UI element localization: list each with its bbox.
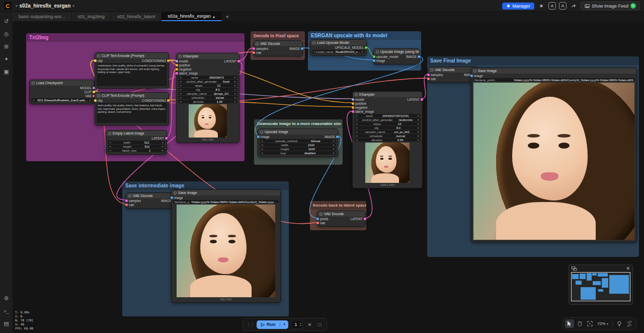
badge-a-icon-2[interactable]: A xyxy=(559,2,567,10)
group-title[interactable]: Downscale image to a more reasonable siz… xyxy=(254,119,343,128)
run-options-chevron[interactable]: ▾ xyxy=(280,322,288,326)
share-icon[interactable] xyxy=(570,2,578,10)
port-vae-in[interactable]: vae xyxy=(254,51,261,54)
port-image-in[interactable]: image xyxy=(472,74,483,78)
node-empty-latent-image[interactable]: Empty Latent Image LATENT width512 heigh… xyxy=(106,130,167,155)
port-samples-in[interactable]: samples xyxy=(429,73,443,77)
toggle-link-render-button[interactable] xyxy=(615,319,624,328)
node-load-checkpoint[interactable]: Load Checkpoint MODEL CLIP VAE SD1.5\bea… xyxy=(29,80,95,104)
port-latent-out[interactable]: LATENT xyxy=(408,98,422,101)
ckpt-name-widget[interactable]: SD1.5\beautifulRealistic_brav5.safetenso… xyxy=(31,98,93,102)
denoise-widget[interactable]: denoise1.00 xyxy=(178,100,237,103)
settings-icon[interactable]: ⚙ xyxy=(2,294,11,303)
port-clip[interactable]: CLIP xyxy=(85,90,94,94)
port-vae[interactable]: VAE xyxy=(85,94,94,98)
batch-count-input[interactable]: 1 ▴▾ xyxy=(291,320,303,329)
scheduler-widget[interactable]: schedulerkarras xyxy=(178,96,237,99)
port-image-out[interactable]: IMAGE xyxy=(406,55,419,58)
group-title[interactable]: ESRGAN upscale with 4x model xyxy=(308,31,421,40)
feed-toggle-badge[interactable]: ↻ xyxy=(630,3,636,9)
sampler-name-widget[interactable]: sampler_namedpmpp_2m xyxy=(178,92,237,95)
gallery-icon[interactable]: ▣ xyxy=(2,67,11,77)
port-vae-in[interactable]: vae xyxy=(429,77,436,81)
minimap-close-icon[interactable]: ✕ xyxy=(626,266,630,271)
steps-widget[interactable]: steps14 xyxy=(354,122,421,125)
port-upscale-model-out[interactable]: UPSCALE_MODEL xyxy=(335,46,366,49)
prompt-textarea[interactable]: masterpiece, best quality, photo of a be… xyxy=(97,63,167,86)
tab-basic-outpainting[interactable]: basic-outpainting-wor... xyxy=(13,12,72,21)
port-latent-out[interactable]: LATENT xyxy=(224,59,238,63)
history-icon[interactable]: ↺ xyxy=(2,17,11,26)
model-name-widget[interactable]: model_nameRealESRGAN_x4plus.pth xyxy=(312,50,365,53)
port-image-in[interactable]: image xyxy=(172,196,183,199)
count-spinner[interactable]: ▴▾ xyxy=(300,322,301,327)
port-latent-image-in[interactable]: latent_image xyxy=(353,110,374,113)
port-positive-in[interactable]: positive xyxy=(353,102,366,105)
filename-prefix-widget[interactable]: filename_prefix%date:yyyy%-%date:MM%-%da… xyxy=(473,78,635,82)
port-samples-in[interactable]: samples xyxy=(127,199,141,203)
fit-view-button[interactable] xyxy=(585,319,594,328)
logo-chevron-icon[interactable]: ▾ xyxy=(16,4,18,8)
port-latent-out[interactable]: LATENT xyxy=(351,217,365,221)
pan-tool-button[interactable] xyxy=(575,319,584,328)
port-pixels-in[interactable]: pixels xyxy=(318,217,329,221)
control-after-generate-widget[interactable]: control_after_generaterandomize xyxy=(354,118,421,121)
group-title[interactable]: Save Final Image xyxy=(427,56,639,65)
port-image-in[interactable]: image xyxy=(259,135,270,139)
port-conditioning-out[interactable]: CONDITIONING xyxy=(142,99,168,102)
sampler-name-widget[interactable]: sampler_nameuni_pc_bh2 xyxy=(354,130,421,134)
zoom-level-dropdown[interactable]: 72% ▾ xyxy=(595,321,610,326)
node-clip-text-encode-negative[interactable]: CLIP Text Encode (Prompt) clip CONDITION… xyxy=(95,92,169,125)
port-model-in[interactable]: model xyxy=(353,98,364,101)
node-vae-encode[interactable]: VAE Encode pixels LATENT vae xyxy=(317,211,366,227)
show-image-feed-button[interactable]: Show Image Feed ↻ xyxy=(581,2,640,10)
tab-s01-img2img[interactable]: s01_img2img xyxy=(72,12,112,21)
group-title[interactable]: Save intermediate image xyxy=(122,181,289,190)
toggle-links-button[interactable] xyxy=(625,319,634,328)
node-ksampler-1[interactable]: KSampler model LATENT positive negative … xyxy=(176,53,239,143)
width-widget[interactable]: width1024 xyxy=(260,143,336,147)
group-title[interactable]: Txt2Img xyxy=(26,33,245,42)
star-icon[interactable]: ★ xyxy=(537,2,545,10)
group-title[interactable]: Encode back to latent space xyxy=(310,201,366,210)
terminal-icon[interactable]: >_ xyxy=(2,306,11,316)
denoise-widget[interactable]: denoise0.50 xyxy=(354,138,421,142)
tab-s02a-hiresfix-esrgan[interactable]: s02a_hiresfix_esrgan● xyxy=(162,12,222,21)
node-upscale-image-using-model[interactable]: Upscale Image (using Mo... upscale_model… xyxy=(373,48,420,64)
workflow-title[interactable]: s02a_hiresfix_esrgan xyxy=(20,3,71,9)
tab-s02-hiresfix-latent[interactable]: s02_hiresfix_latent xyxy=(111,12,162,21)
minimap-body[interactable] xyxy=(571,272,630,301)
height-widget[interactable]: height1024 xyxy=(260,147,336,151)
node-load-upscale-model[interactable]: Load Upscale Model UPSCALE_MODEL model_n… xyxy=(310,39,367,56)
node-save-image-mid[interactable]: Save Image image filename_p%date:yyyy%-%… xyxy=(171,189,281,303)
run-button[interactable]: ▷Run xyxy=(257,322,280,327)
node-upscale-image-downscale[interactable]: Upscale Image image IMAGE upscale_method… xyxy=(258,128,338,157)
prompt-textarea[interactable]: worst quality, low quality, lowres, bad … xyxy=(97,103,167,123)
upscale-method-widget[interactable]: upscale_methodbilinear xyxy=(260,139,336,143)
seed-widget[interactable]: seed1044202718711431 xyxy=(354,114,421,117)
seed-widget[interactable]: seed280339471 xyxy=(178,76,237,79)
stop-button[interactable]: □ xyxy=(316,322,323,327)
node-clip-text-encode-positive[interactable]: CLIP Text Encode (Prompt) clip CONDITION… xyxy=(95,52,169,89)
node-vae-decode-pixel[interactable]: VAE Decode samples IMAGE vae xyxy=(253,40,303,56)
height-widget[interactable]: height512 xyxy=(108,145,165,148)
port-vae-in[interactable]: vae xyxy=(318,221,325,225)
width-widget[interactable]: width512 xyxy=(108,141,165,144)
port-upscale-model-in[interactable]: upscale_model xyxy=(374,55,398,58)
group-title[interactable]: Decode to Pixel space xyxy=(251,31,305,40)
batch-size-widget[interactable]: batch_size1 xyxy=(108,149,165,152)
port-clip-in[interactable]: clip xyxy=(96,99,103,102)
cfg-widget[interactable]: cfg8.0 xyxy=(354,126,421,129)
port-latent-image-in[interactable]: latent_image xyxy=(177,72,198,75)
port-model[interactable]: MODEL xyxy=(80,86,94,90)
select-tool-button[interactable] xyxy=(565,319,574,328)
crop-widget[interactable]: cropdisabled xyxy=(260,151,336,155)
port-vae-in[interactable]: vae xyxy=(127,203,134,207)
bottom-panel-icon[interactable]: ▤ xyxy=(2,319,11,328)
comfyui-logo-icon[interactable]: C xyxy=(4,2,12,10)
port-image-out[interactable]: IMAGE xyxy=(325,135,337,139)
node-save-image-final[interactable]: Save Image image filename_prefix%date:yy… xyxy=(471,68,637,242)
port-negative-in[interactable]: negative xyxy=(353,106,368,109)
port-samples-in[interactable]: samples xyxy=(254,47,268,50)
port-negative-in[interactable]: negative xyxy=(177,68,192,71)
